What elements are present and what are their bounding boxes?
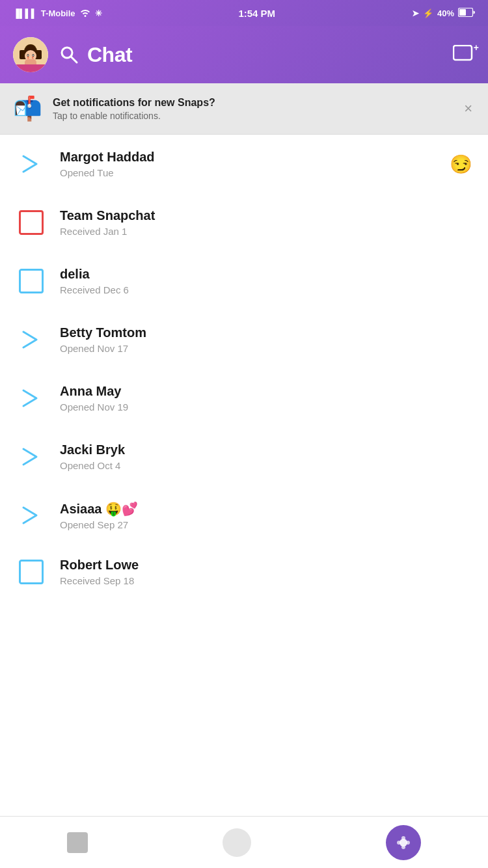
chat-list: Margot Haddad Opened Tue 😏 Team Snapchat… xyxy=(0,135,488,653)
notification-subtitle: Tap to enable notifications. xyxy=(53,111,451,121)
chat-icon-arrow xyxy=(16,324,47,355)
bottom-nav xyxy=(0,816,488,868)
carrier-label: T-Mobile xyxy=(41,8,75,18)
search-title: Chat xyxy=(59,43,132,67)
chat-icon-arrow xyxy=(16,383,47,414)
chat-icon-square-blue xyxy=(16,556,47,588)
chat-icon-arrow xyxy=(16,148,47,180)
nav-item-center[interactable] xyxy=(223,828,251,857)
wifi-icon xyxy=(79,8,91,19)
svg-rect-10 xyxy=(32,57,34,59)
status-bar: ▐▌▌▌ T-Mobile ✳ 1:54 PM ➤ ⚡ 40% xyxy=(0,0,488,26)
nav-item-snapchat[interactable] xyxy=(386,825,421,860)
notification-title: Get notifications for new Snaps? xyxy=(53,97,451,109)
chat-info: delia Received Dec 6 xyxy=(60,267,472,295)
header-right: + xyxy=(453,45,475,64)
chat-info: Asiaaa 🤑💕 Opened Sep 27 xyxy=(60,501,472,530)
chat-status: Opened Oct 4 xyxy=(60,460,472,471)
chat-item-betty-tomtom[interactable]: Betty Tomtom Opened Nov 17 xyxy=(0,310,488,369)
svg-point-12 xyxy=(33,55,33,56)
chat-item-asiaaa[interactable]: Asiaaa 🤑💕 Opened Sep 27 xyxy=(0,486,488,545)
chat-status: Received Jan 1 xyxy=(60,226,472,237)
nav-ghost-icon xyxy=(67,832,88,853)
chat-status: Received Sep 18 xyxy=(60,575,472,586)
chat-status: Opened Nov 19 xyxy=(60,401,472,413)
chat-name: Margot Haddad xyxy=(60,150,437,165)
chat-name: Robert Lowe xyxy=(60,558,472,573)
chat-icon-square-blue xyxy=(16,265,47,297)
svg-point-21 xyxy=(401,836,405,840)
notification-icon: 📬 xyxy=(13,95,42,122)
chat-status: Opened Nov 17 xyxy=(60,343,472,354)
nav-circle-gray xyxy=(223,828,251,857)
chat-name: Asiaaa 🤑💕 xyxy=(60,501,472,517)
chat-info: Jacki Bryk Opened Oct 4 xyxy=(60,442,472,471)
chat-item-delia[interactable]: delia Received Dec 6 xyxy=(0,252,488,310)
chat-info: Team Snapchat Received Jan 1 xyxy=(60,208,472,237)
chat-icon-arrow xyxy=(16,500,47,531)
chat-status: Opened Sep 27 xyxy=(60,519,472,530)
new-chat-button[interactable]: + xyxy=(453,45,475,64)
chat-name: Betty Tomtom xyxy=(60,325,472,340)
chat-icon-arrow xyxy=(16,441,47,472)
search-icon[interactable] xyxy=(59,44,79,65)
loading-icon: ✳ xyxy=(95,8,102,18)
chat-status: Received Dec 6 xyxy=(60,284,472,295)
battery-icon xyxy=(458,8,475,19)
chat-name: delia xyxy=(60,267,472,282)
chat-info: Margot Haddad Opened Tue xyxy=(60,150,437,178)
chat-info: Anna May Opened Nov 19 xyxy=(60,384,472,413)
chat-item-team-snapchat[interactable]: Team Snapchat Received Jan 1 xyxy=(0,193,488,252)
chat-name: Anna May xyxy=(60,384,472,399)
avatar[interactable] xyxy=(13,37,48,72)
chat-status: Opened Tue xyxy=(60,167,437,178)
chat-item-jacki-bryk[interactable]: Jacki Bryk Opened Oct 4 xyxy=(0,427,488,486)
chat-name: Team Snapchat xyxy=(60,208,472,223)
header-left: Chat xyxy=(13,37,132,72)
chat-item-margot-haddad[interactable]: Margot Haddad Opened Tue 😏 xyxy=(0,135,488,193)
chat-info: Betty Tomtom Opened Nov 17 xyxy=(60,325,472,354)
status-right: ➤ ⚡ 40% xyxy=(412,8,475,19)
status-left: ▐▌▌▌ T-Mobile ✳ xyxy=(13,8,102,19)
svg-rect-17 xyxy=(454,46,472,60)
svg-point-19 xyxy=(397,841,401,845)
notification-text: Get notifications for new Snaps? Tap to … xyxy=(53,97,451,121)
signal-icon: ▐▌▌▌ xyxy=(13,8,37,18)
nav-item-left[interactable] xyxy=(67,832,88,853)
location-icon: ➤ xyxy=(412,8,419,18)
nav-circle-purple xyxy=(386,825,421,860)
battery-label: 40% xyxy=(437,8,454,18)
svg-line-16 xyxy=(71,57,77,62)
bluetooth-icon: ⚡ xyxy=(423,8,433,18)
chat-emoji: 😏 xyxy=(450,154,472,175)
svg-point-22 xyxy=(401,845,405,849)
svg-point-11 xyxy=(27,55,28,56)
chat-item-robert-lowe[interactable]: Robert Lowe Received Sep 18 xyxy=(0,545,488,653)
chat-item-anna-may[interactable]: Anna May Opened Nov 19 xyxy=(0,369,488,427)
notification-banner[interactable]: 📬 Get notifications for new Snaps? Tap t… xyxy=(0,83,488,135)
svg-rect-9 xyxy=(27,57,29,59)
svg-rect-1 xyxy=(459,9,466,16)
notification-close-button[interactable]: × xyxy=(461,98,475,120)
chat-name: Jacki Bryk xyxy=(60,442,472,457)
status-time: 1:54 PM xyxy=(238,8,275,19)
svg-rect-14 xyxy=(13,64,48,72)
header: Chat + xyxy=(0,26,488,83)
page-title: Chat xyxy=(87,43,132,67)
new-chat-plus-icon: + xyxy=(474,42,479,53)
svg-point-20 xyxy=(406,841,410,845)
chat-icon-square-red xyxy=(16,207,47,238)
chat-info: Robert Lowe Received Sep 18 xyxy=(60,558,472,586)
